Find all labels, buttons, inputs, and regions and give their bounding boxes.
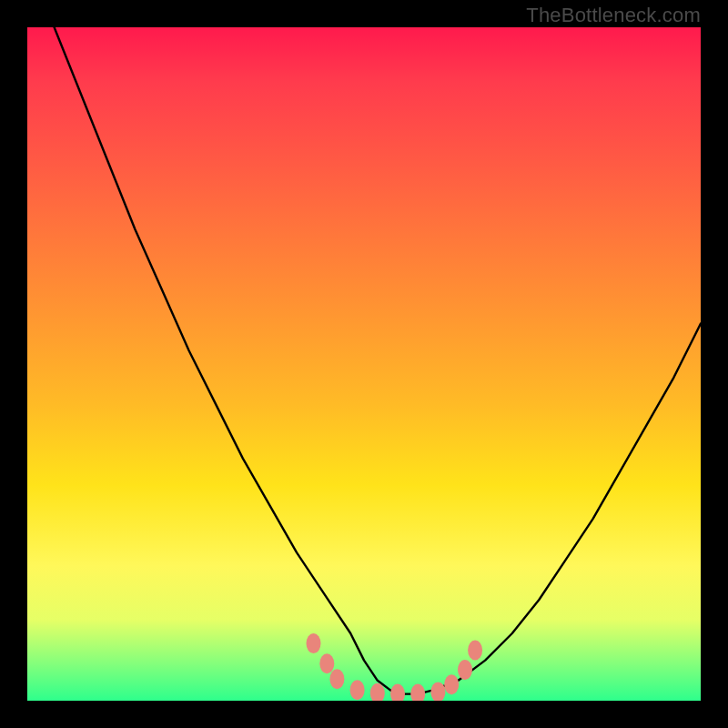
marker-dot [468, 641, 482, 661]
plot-svg [27, 27, 701, 701]
marker-dot [458, 660, 472, 680]
marker-dot [307, 633, 321, 653]
bottleneck-curve [55, 27, 701, 694]
watermark-text: TheBottleneck.com [526, 4, 701, 27]
chart-frame: TheBottleneck.com [0, 0, 728, 728]
marker-dot [329, 669, 344, 689]
marker-dot [370, 683, 385, 701]
marker-group [307, 633, 483, 701]
marker-dot [350, 680, 365, 700]
plot-area [27, 27, 701, 701]
marker-dot [430, 682, 445, 701]
marker-dot [444, 674, 459, 694]
marker-dot [410, 684, 425, 701]
marker-dot [319, 653, 334, 673]
marker-dot [390, 684, 405, 701]
